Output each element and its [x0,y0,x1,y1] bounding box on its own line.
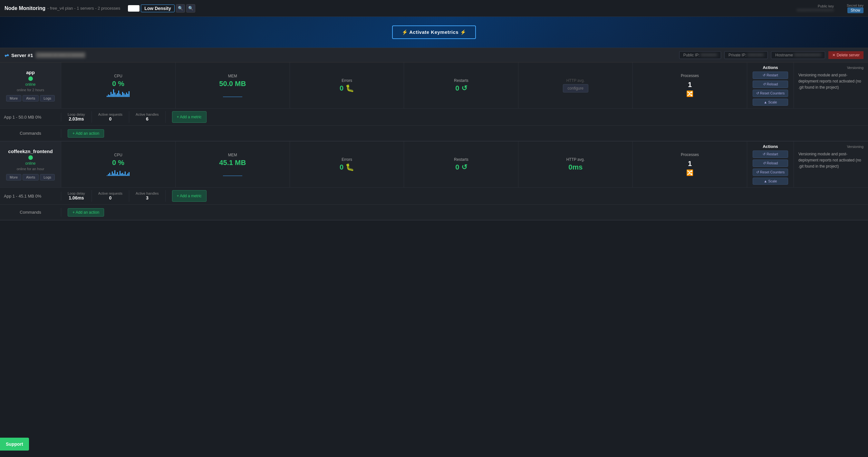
spark-bar [121,95,122,97]
reset-counters-btn-1[interactable]: ↺ Reset Counters [753,169,788,176]
versioning-text-1: Versioning module and post-deployment re… [798,151,864,170]
active-requests-value-1: 0 [109,195,112,201]
process-action-btns-0: More Alerts Logs [6,95,55,101]
mem-sparkline-0 [223,88,242,97]
process-action-btns-1: More Alerts Logs [6,174,55,181]
restart-btn-1[interactable]: ↺ Restart [753,151,788,158]
versioning-cell-1: Versioning Versioning module and post-de… [794,142,868,187]
active-handles-item-1: Active handles 3 [129,190,165,202]
public-key-value: •••••••••••••••• [797,8,834,12]
summary-label-0: App 1 - 50.0 MB 0% [0,113,61,122]
processes-label-1: Processes [681,152,699,157]
loop-delay-item-1: Loop delay 1.06ms [61,190,92,202]
active-requests-label-0: Active requests [98,113,122,116]
reload-btn-1[interactable]: ↺ Reload [753,159,788,167]
processes-container: app online online for 2 hours More Alert… [0,63,868,220]
scale-btn-0[interactable]: ▲ Scale [753,99,788,106]
cpu-label-0: CPU [114,74,122,78]
errors-cell-1: Errors 0 🐛 [290,142,404,187]
uptime-text-1: online for an hour [17,167,44,171]
logs-btn-0[interactable]: Logs [40,95,55,101]
metrics-cells-1: CPU 0 % MEM 45.1 MB Errors 0 🐛 Restarts … [61,142,747,187]
restart-btn-0[interactable]: ↺ Restart [753,71,788,79]
loop-delay-label-1: Loop delay [68,191,85,195]
processes-label-0: Processes [681,73,699,78]
spark-bar [107,175,107,176]
spark-bar [113,89,114,97]
delete-server-button[interactable]: ✕ Delete server [828,51,864,59]
process-name-0: app [26,70,35,75]
spark-bar [120,94,121,97]
spark-bar [127,94,128,97]
actions-title-1: Actions [763,144,778,149]
errors-value-0: 0 🐛 [340,84,354,92]
spark-bar [114,170,115,176]
spark-bar [111,175,112,176]
restarts-cell-1: Restarts 0 ↺ [404,142,519,187]
summary-items-0: Loop delay 2.03ms Active requests 0 Acti… [61,111,868,123]
spark-bar [111,92,112,97]
density-toggle-switch[interactable] [128,5,140,11]
more-btn-0[interactable]: More [6,95,21,101]
private-ip-value: •••••••••••• [747,53,764,57]
process-row-1: coffeekzn_frontend online online for an … [0,142,868,188]
search-button-1[interactable]: 🔍 [176,4,185,12]
restarts-value-0: 0 ↺ [455,84,467,92]
process-info-0: app online online for 2 hours More Alert… [0,63,61,108]
add-action-btn-1[interactable]: + Add an action [68,208,104,217]
spark-bar [112,172,113,176]
scale-btn-1[interactable]: ▲ Scale [753,178,788,185]
errors-label-1: Errors [342,157,352,162]
cpu-sparkline-1 [107,167,129,176]
metrics-cells-0: CPU 0 % MEM 50.0 MB Errors 0 🐛 Restarts … [61,63,747,108]
http-cell-1: HTTP avg. 0ms [519,142,633,187]
more-btn-1[interactable]: More [6,174,21,181]
status-text-1: online [25,161,35,166]
versioning-title-1: Versioning [847,145,864,149]
search-button-2[interactable]: 🔍 [186,4,195,12]
private-ip-box: Private IP: •••••••••••• [724,51,768,59]
active-requests-item-0: Active requests 0 [92,111,129,123]
mem-cell-1: MEM 45.1 MB [176,142,290,187]
loop-delay-value-0: 2.03ms [69,116,84,122]
active-requests-item-1: Active requests 0 [92,190,129,202]
spark-bar [123,93,124,97]
add-metric-btn-1[interactable]: + Add a metric [172,190,207,202]
alerts-btn-0[interactable]: Alerts [23,95,39,101]
show-secret-key-button[interactable]: Show [847,7,864,13]
hostname-box: Hostname •••••••••••••••••••• [771,51,825,59]
density-label: Low Density [141,4,174,12]
logs-btn-1[interactable]: Logs [40,174,55,181]
cpu-value-0: 0 % [112,80,124,88]
status-dot-0 [28,77,33,81]
app-subtitle: - free_v4 plan - 1 servers - 2 processes [48,6,120,11]
active-handles-label-0: Active handles [136,113,159,116]
spark-bar [129,172,129,176]
activate-keymetrics-button[interactable]: ⚡ Activate Keymetrics ⚡ [392,26,476,39]
actions-title-0: Actions [763,65,778,70]
active-handles-value-0: 6 [146,116,149,122]
status-dot-1 [28,155,33,160]
spark-bar [121,173,122,176]
configure-btn-0[interactable]: configure [563,84,588,92]
public-key-label: Public key [818,4,834,8]
process-info-1: coffeekzn_frontend online online for an … [0,142,61,187]
top-header: Node Monitoring - free_v4 plan - 1 serve… [0,0,868,17]
spark-bar [109,173,110,176]
cpu-label-1: CPU [114,153,122,157]
commands-label-1: Commands [0,208,61,217]
spark-bar [114,92,115,97]
add-action-btn-0[interactable]: + Add an action [68,129,104,138]
spark-bar [120,171,121,176]
reset-counters-btn-0[interactable]: ↺ Reset Counters [753,90,788,97]
metrics-summary-row-0: App 1 - 50.0 MB 0% Loop delay 2.03ms Act… [0,109,868,126]
spark-bar [118,91,119,97]
reload-btn-0[interactable]: ↺ Reload [753,81,788,88]
spark-bar [125,94,126,97]
loop-delay-value-1: 1.06ms [69,195,84,201]
add-metric-btn-0[interactable]: + Add a metric [172,111,207,123]
mem-value-0: 50.0 MB [219,80,246,88]
restarts-label-0: Restarts [454,78,468,83]
spark-bar [113,173,114,176]
alerts-btn-1[interactable]: Alerts [23,174,39,181]
